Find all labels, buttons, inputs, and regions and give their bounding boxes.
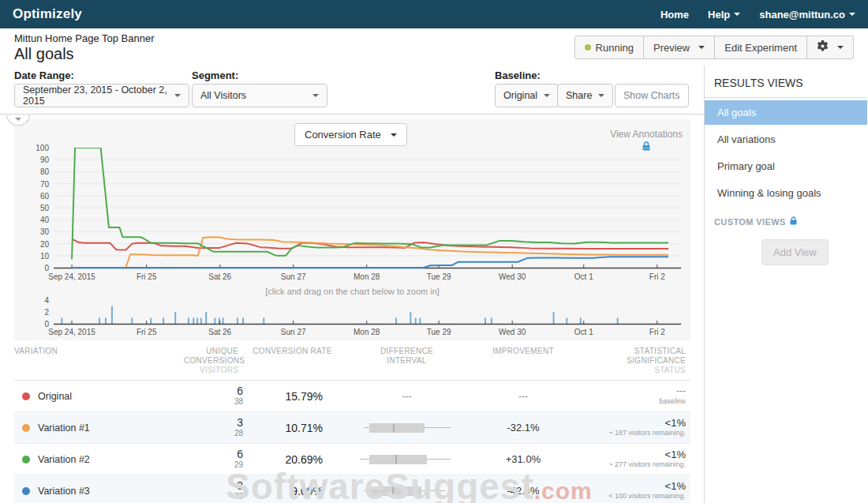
sidebar-item-all-variations[interactable]: All variations bbox=[705, 127, 867, 152]
column-header-unique: UNIQUECONVERSIONSVISITORS bbox=[184, 347, 243, 375]
gear-icon bbox=[817, 40, 829, 54]
main-line-chart[interactable] bbox=[54, 148, 681, 274]
difference-interval-cell bbox=[342, 486, 472, 497]
zoom-selector-chart[interactable] bbox=[54, 299, 681, 328]
unique-conversions-cell: 638 bbox=[184, 386, 243, 407]
column-header-conversion-rate: CONVERSION RATE bbox=[243, 347, 342, 375]
chevron-down-icon bbox=[15, 118, 21, 121]
unique-conversions-cell: 629 bbox=[184, 449, 243, 470]
segment-label: Segment: bbox=[192, 69, 238, 81]
variation-name-cell: Variation #1 bbox=[14, 422, 184, 434]
series-variation-1 bbox=[72, 237, 668, 268]
variation-name-cell: Variation #2 bbox=[14, 454, 184, 465]
conversion-chart-panel: Conversion Rate View Annotations 0102030… bbox=[14, 119, 690, 340]
chevron-down-icon bbox=[598, 94, 604, 97]
sidebar-item-all-goals[interactable]: All goals bbox=[705, 100, 867, 125]
nav-link-shane-mittun-co[interactable]: shane@mittun.co bbox=[759, 9, 855, 21]
variation-color-dot bbox=[22, 456, 30, 464]
table-row-variation-1[interactable]: Variation #132810.71%-32.1%<1%~ 187 visi… bbox=[14, 412, 690, 444]
nav-links: HomeHelpshane@mittun.co bbox=[660, 9, 855, 21]
interval-boxplot bbox=[360, 454, 455, 465]
column-header-difference: DIFFERENCEINTERVAL bbox=[342, 347, 472, 375]
chevron-down-icon bbox=[837, 46, 844, 49]
conversion-rate-cell: 10.71% bbox=[243, 422, 342, 434]
results-views-sidebar: RESULTS VIEWS All goalsAll variationsPri… bbox=[705, 66, 867, 503]
improvement-cell: -42.4% bbox=[472, 485, 574, 497]
unique-conversions-cell: 328 bbox=[184, 418, 243, 438]
variation-name-cell: Original bbox=[14, 391, 184, 402]
table-row-original[interactable]: Original63815.79%---------baseline bbox=[14, 381, 690, 412]
conversion-rate-cell: 9.09% bbox=[243, 485, 342, 497]
lock-icon bbox=[790, 216, 797, 227]
results-table: VARIATIONUNIQUECONVERSIONSVISITORSCONVER… bbox=[14, 340, 690, 503]
running-status-button[interactable]: Running bbox=[574, 36, 644, 59]
edit-experiment-button[interactable]: Edit Experiment bbox=[715, 36, 807, 59]
zoom-hint-text: [click and drag on the chart below to zo… bbox=[14, 287, 690, 296]
header-actions: Running Preview Edit Experiment bbox=[574, 36, 854, 59]
chevron-down-icon bbox=[174, 94, 181, 97]
chevron-down-icon bbox=[312, 94, 319, 97]
preview-button[interactable]: Preview bbox=[644, 36, 715, 59]
date-range-label: Date Range: bbox=[14, 69, 74, 81]
chevron-down-icon bbox=[734, 13, 740, 16]
variation-name-cell: Variation #3 bbox=[14, 486, 184, 497]
settings-button[interactable] bbox=[807, 36, 854, 59]
baseline-label: Baseline: bbox=[495, 69, 541, 81]
series-variation-2 bbox=[72, 148, 668, 259]
improvement-cell: -32.1% bbox=[472, 422, 574, 434]
table-row-variation-2[interactable]: Variation #262920.69%+31.0%<1%~ 277 visi… bbox=[14, 444, 690, 475]
improvement-cell: --- bbox=[472, 390, 574, 402]
unique-conversions-cell: 333 bbox=[184, 481, 243, 501]
interval-boxplot bbox=[360, 422, 455, 434]
conversion-rate-cell: 20.69% bbox=[243, 453, 342, 466]
column-header-improvement: IMPROVEMENT bbox=[472, 347, 574, 375]
sidebar-title: RESULTS VIEWS bbox=[705, 77, 867, 98]
statistical-significance-cell: <1%~ 277 visitors remaining. bbox=[574, 449, 690, 470]
variation-color-dot bbox=[22, 424, 30, 432]
statistical-significance-cell: ---baseline bbox=[574, 385, 690, 407]
show-charts-button[interactable]: Show Charts bbox=[615, 84, 689, 107]
running-status-dot bbox=[585, 44, 591, 51]
column-header-variation: VARIATION bbox=[14, 347, 184, 375]
difference-interval-cell: --- bbox=[342, 391, 472, 402]
variation-color-dot bbox=[22, 487, 30, 495]
segment-dropdown[interactable]: All Visitors bbox=[192, 84, 327, 107]
optimizely-logo[interactable]: Optimizely bbox=[13, 6, 82, 22]
table-header-row: VARIATIONUNIQUECONVERSIONSVISITORSCONVER… bbox=[14, 340, 690, 381]
improvement-cell: +31.0% bbox=[472, 453, 574, 465]
column-header-statistical: STATISTICALSIGNIFICANCESTATUS bbox=[574, 347, 690, 375]
experiment-name: Mittun Home Page Top Banner bbox=[14, 32, 155, 44]
baseline-dropdown[interactable]: Original bbox=[495, 84, 559, 107]
date-range-dropdown[interactable]: September 23, 2015 - October 2, 2015 bbox=[14, 84, 189, 107]
variation-color-dot bbox=[22, 392, 30, 400]
sidebar-item-primary-goal[interactable]: Primary goal bbox=[705, 154, 867, 178]
chevron-down-icon bbox=[698, 46, 705, 49]
top-navbar: Optimizely HomeHelpshane@mittun.co bbox=[0, 0, 868, 28]
table-row-variation-3[interactable]: Variation #33339.09%-42.4%<1%< 100 visit… bbox=[14, 475, 690, 503]
results-main-area: Date Range: September 23, 2015 - October… bbox=[0, 66, 705, 503]
chevron-down-icon bbox=[544, 94, 550, 97]
metric-selector-dropdown[interactable]: Conversion Rate bbox=[294, 123, 407, 146]
chevron-down-icon bbox=[849, 13, 855, 16]
share-dropdown[interactable]: Share bbox=[557, 84, 613, 107]
conversion-rate-cell: 15.79% bbox=[243, 390, 342, 403]
statistical-significance-cell: <1%< 100 visitors remaining. bbox=[574, 481, 690, 501]
add-view-button[interactable]: Add View bbox=[761, 239, 829, 265]
sidebar-item-winning-losing-goals[interactable]: Winning & losing goals bbox=[705, 181, 867, 205]
filter-bar: Date Range: September 23, 2015 - October… bbox=[0, 66, 704, 114]
chevron-down-icon bbox=[391, 133, 397, 137]
experiment-header: Mittun Home Page Top Banner All goals Ru… bbox=[0, 28, 868, 66]
nav-link-home[interactable]: Home bbox=[660, 9, 689, 21]
difference-interval-cell bbox=[342, 422, 472, 434]
interval-boxplot bbox=[360, 486, 455, 497]
difference-interval-cell bbox=[342, 454, 472, 465]
series-variation-3 bbox=[72, 257, 668, 268]
statistical-significance-cell: <1%~ 187 visitors remaining. bbox=[574, 418, 690, 438]
page-title: All goals bbox=[14, 45, 155, 63]
nav-link-help[interactable]: Help bbox=[708, 9, 740, 21]
custom-views-label: CUSTOM VIEWS bbox=[705, 205, 867, 230]
